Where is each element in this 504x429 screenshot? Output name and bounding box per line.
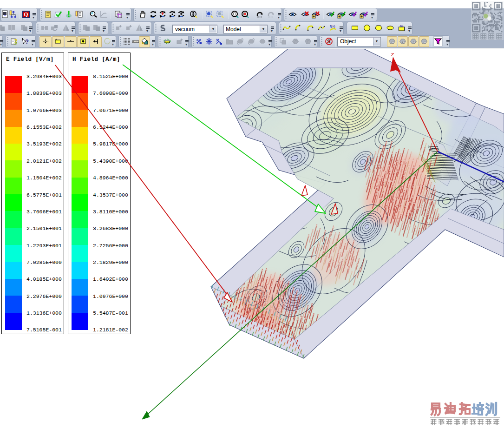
svg-text:z: z xyxy=(391,51,394,58)
